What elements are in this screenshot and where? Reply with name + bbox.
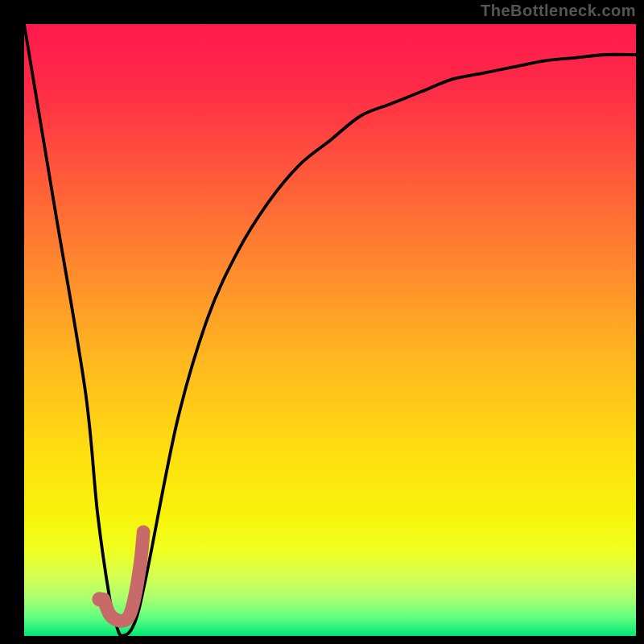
bottleneck-curve (24, 24, 636, 636)
watermark-text: TheBottleneck.com (481, 2, 636, 20)
selected-marker-dot (92, 592, 106, 606)
chart-container: TheBottleneck.com (0, 0, 644, 644)
selected-marker-stroke (104, 532, 143, 621)
plot-area (24, 24, 636, 636)
curve-layer (24, 24, 636, 636)
